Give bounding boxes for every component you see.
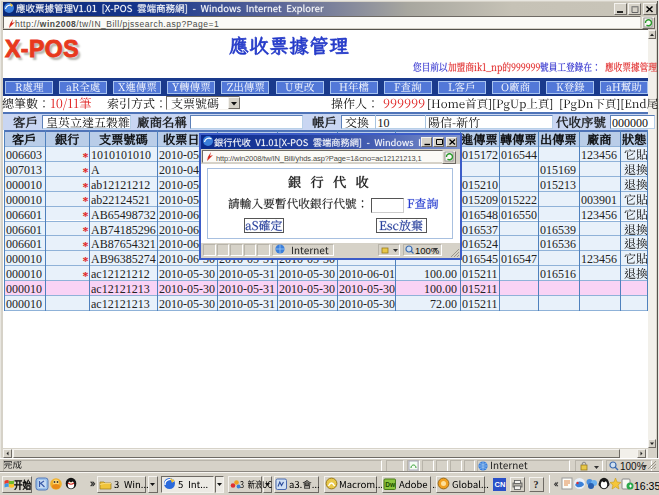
svg-text:Dw: Dw: [385, 481, 396, 488]
